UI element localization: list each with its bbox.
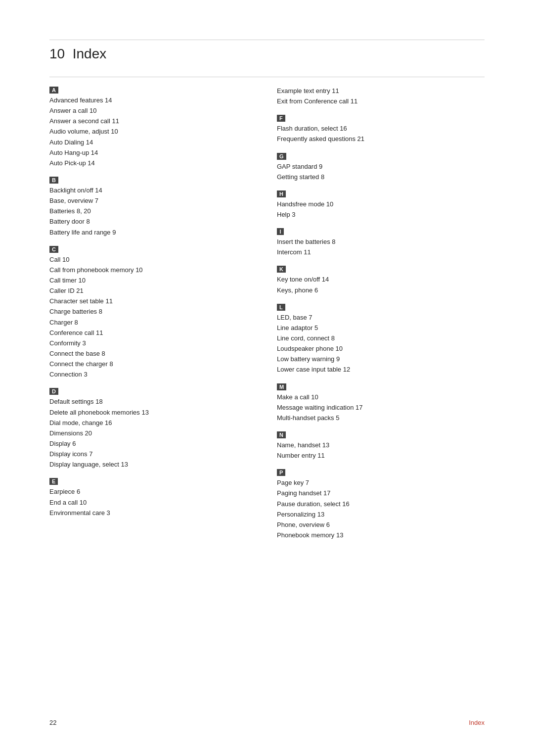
list-item: Answer a second call 11	[49, 116, 257, 126]
list-item: Audio volume, adjust 10	[49, 127, 257, 137]
section-letter: K	[277, 266, 286, 273]
section-h: HHandsfree mode 10Help 3	[277, 190, 485, 220]
list-item: Connect the base 8	[49, 349, 257, 359]
list-item: Base, overview 7	[49, 196, 257, 206]
list-item: Pause duration, select 16	[277, 499, 485, 509]
list-item: LED, base 7	[277, 313, 485, 323]
section-k: KKey tone on/off 14Keys, phone 6	[277, 265, 485, 295]
list-item: Key tone on/off 14	[277, 275, 485, 284]
page-title: 10 Index	[49, 46, 106, 61]
list-item: Charge batteries 8	[49, 307, 257, 317]
index-columns: AAdvanced features 14Answer a call 10Ans…	[49, 86, 485, 548]
list-item: Call timer 10	[49, 276, 257, 285]
section-l: LLED, base 7Line adaptor 5Line cord, con…	[277, 303, 485, 375]
section-top-continuation: Example text entry 11Exit from Conferenc…	[277, 86, 485, 106]
section-letter: P	[277, 469, 285, 476]
list-item: Call 10	[49, 255, 257, 265]
page-label: Index	[469, 719, 485, 726]
section-letter: M	[277, 383, 286, 390]
section-letter: E	[49, 478, 58, 485]
list-item: Paging handset 17	[277, 488, 485, 498]
list-item: Message waiting indication 17	[277, 403, 485, 413]
list-item: Call from phonebook memory 10	[49, 265, 257, 275]
list-item: Phone, overview 6	[277, 520, 485, 530]
section-letter: L	[277, 304, 285, 311]
list-item: Auto Pick-up 14	[49, 158, 257, 168]
list-item: Earpiece 6	[49, 487, 257, 497]
list-item: Insert the batteries 8	[277, 237, 485, 247]
title-number: 10	[49, 46, 65, 61]
list-item: Phonebook memory 13	[277, 530, 485, 540]
section-letter: I	[277, 228, 284, 235]
list-item: Exit from Conference call 11	[277, 96, 485, 106]
list-item: Conformity 3	[49, 338, 257, 348]
list-item: Name, handset 13	[277, 440, 485, 450]
section-g: GGAP standard 9Getting started 8	[277, 152, 485, 182]
section-letter: H	[277, 190, 286, 197]
list-item: Handsfree mode 10	[277, 199, 485, 209]
list-item: Battery life and range 9	[49, 228, 257, 237]
list-item: Low battery warning 9	[277, 354, 485, 364]
list-item: Battery door 8	[49, 217, 257, 227]
list-item: Help 3	[277, 210, 485, 220]
list-item: Loudspeaker phone 10	[277, 344, 485, 354]
list-item: Example text entry 11	[277, 86, 485, 96]
list-item: GAP standard 9	[277, 162, 485, 172]
page: 10 Index AAdvanced features 14Answer a c…	[0, 0, 534, 756]
list-item: Frequently asked questions 21	[277, 134, 485, 144]
section-n: NName, handset 13Number entry 11	[277, 431, 485, 461]
list-item: Display icons 7	[49, 449, 257, 459]
list-item: Character set table 11	[49, 296, 257, 306]
title-section: 10 Index	[49, 40, 485, 62]
section-b: BBacklight on/off 14Base, overview 7Batt…	[49, 176, 257, 237]
list-item: Auto Dialing 14	[49, 138, 257, 147]
list-item: Display language, select 13	[49, 460, 257, 470]
list-item: Advanced features 14	[49, 95, 257, 105]
list-item: Delete all phonebook memories 13	[49, 408, 257, 418]
list-item: Batteries 8, 20	[49, 206, 257, 216]
list-item: Make a call 10	[277, 392, 485, 402]
list-item: Caller ID 21	[49, 286, 257, 296]
right-column: Example text entry 11Exit from Conferenc…	[277, 86, 485, 548]
section-letter: B	[49, 177, 58, 184]
list-item: Dial mode, change 16	[49, 418, 257, 428]
list-item: Default settings 18	[49, 397, 257, 407]
section-i: IInsert the batteries 8Intercom 11	[277, 228, 485, 257]
list-item: Keys, phone 6	[277, 285, 485, 295]
section-letter: D	[49, 388, 58, 395]
section-m: MMake a call 10Message waiting indicatio…	[277, 383, 485, 423]
list-item: Backlight on/off 14	[49, 186, 257, 195]
list-item: Flash duration, select 16	[277, 124, 485, 134]
list-item: Auto Hang-up 14	[49, 148, 257, 158]
section-a: AAdvanced features 14Answer a call 10Ans…	[49, 86, 257, 168]
list-item: End a call 10	[49, 498, 257, 508]
section-p: PPage key 7Paging handset 17Pause durati…	[277, 469, 485, 540]
section-c: CCall 10Call from phonebook memory 10Cal…	[49, 245, 257, 380]
list-item: Lower case input table 12	[277, 365, 485, 375]
list-item: Connection 3	[49, 370, 257, 379]
list-item: Answer a call 10	[49, 106, 257, 116]
title-text: Index	[73, 46, 107, 61]
section-letter: A	[49, 87, 58, 94]
section-e: EEarpiece 6End a call 10Environmental ca…	[49, 477, 257, 518]
section-d: DDefault settings 18Delete all phonebook…	[49, 387, 257, 470]
list-item: Dimensions 20	[49, 428, 257, 438]
list-item: Connect the charger 8	[49, 359, 257, 369]
list-item: Number entry 11	[277, 451, 485, 461]
list-item: Line adaptor 5	[277, 323, 485, 333]
list-item: Multi-handset packs 5	[277, 413, 485, 423]
list-item: Personalizing 13	[277, 510, 485, 520]
section-divider	[49, 77, 485, 77]
list-item: Display 6	[49, 439, 257, 449]
left-column: AAdvanced features 14Answer a call 10Ans…	[49, 86, 257, 548]
section-f: FFlash duration, select 16Frequently ask…	[277, 114, 485, 144]
page-number: 22	[49, 719, 56, 726]
section-letter: C	[49, 246, 58, 253]
list-item: Environmental care 3	[49, 508, 257, 518]
section-letter: F	[277, 115, 285, 122]
list-item: Intercom 11	[277, 247, 485, 257]
list-item: Charger 8	[49, 318, 257, 328]
list-item: Page key 7	[277, 478, 485, 488]
section-letter: G	[277, 153, 286, 160]
list-item: Getting started 8	[277, 172, 485, 182]
